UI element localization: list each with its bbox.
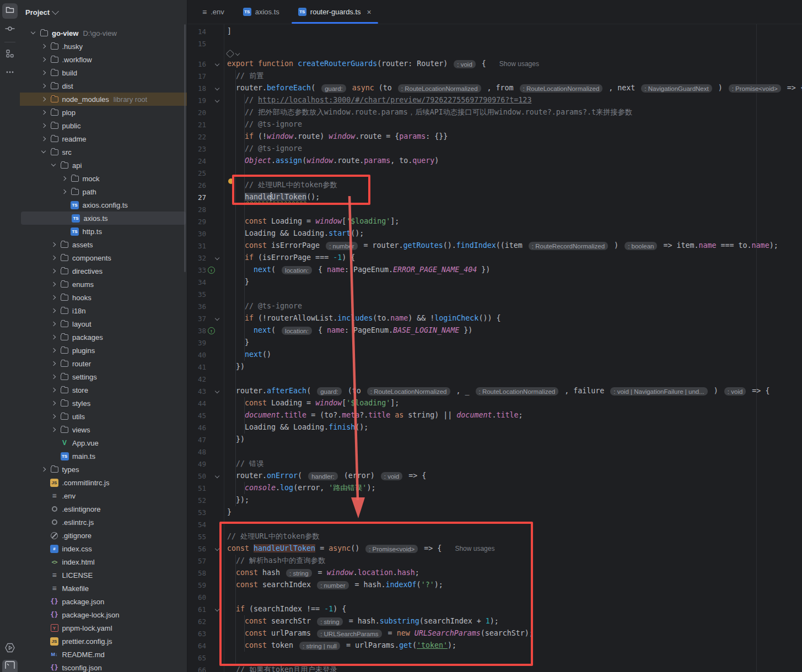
- tab--env[interactable]: ≡.env: [193, 0, 234, 24]
- line-number[interactable]: 29: [187, 218, 206, 226]
- chevron-right-icon[interactable]: [49, 238, 59, 251]
- fold-chevron-icon[interactable]: [215, 256, 219, 260]
- close-icon[interactable]: ×: [367, 8, 372, 17]
- fold-chevron-icon[interactable]: [215, 389, 219, 393]
- chevron-right-icon[interactable]: [39, 132, 49, 145]
- line-number[interactable]: 16: [187, 60, 206, 68]
- line-number[interactable]: 55: [187, 533, 206, 541]
- chevron-down-icon[interactable]: [39, 145, 49, 159]
- project-tree-item[interactable]: i18n: [20, 304, 187, 317]
- line-number[interactable]: 17: [187, 72, 206, 80]
- chevron-right-icon[interactable]: [60, 172, 69, 185]
- line-number[interactable]: 61: [187, 605, 206, 614]
- more-tools-button[interactable]: [2, 66, 18, 81]
- line-number[interactable]: 33: [187, 266, 206, 274]
- fold-chevron-icon[interactable]: [215, 98, 219, 102]
- project-tree-item[interactable]: mock: [20, 172, 187, 185]
- project-tool-button[interactable]: [2, 3, 18, 19]
- project-tree-item[interactable]: M↓README.md: [20, 648, 187, 661]
- project-tree-item[interactable]: .husky: [20, 40, 187, 53]
- line-number[interactable]: 40: [187, 351, 206, 359]
- line-number[interactable]: 59: [187, 581, 206, 589]
- project-tree-item[interactable]: node_moduleslibrary root: [20, 93, 187, 106]
- fold-chevron-icon[interactable]: [215, 474, 219, 478]
- project-tree-item[interactable]: ≡Makefile: [20, 582, 187, 595]
- project-tree-item[interactable]: layout: [20, 317, 187, 330]
- chevron-right-icon[interactable]: [39, 106, 49, 119]
- line-number[interactable]: 35: [187, 290, 206, 299]
- project-tree-item[interactable]: assets: [20, 238, 187, 251]
- chevron-right-icon[interactable]: [60, 185, 69, 198]
- line-number[interactable]: 58: [187, 569, 206, 577]
- code-area[interactable]: 14]1516export function createRouterGuard…: [187, 24, 802, 672]
- line-number[interactable]: 57: [187, 557, 206, 565]
- chevron-right-icon[interactable]: [39, 119, 49, 132]
- fold-chevron-icon[interactable]: [215, 86, 219, 90]
- commit-tool-button[interactable]: [2, 22, 18, 37]
- project-tree-item[interactable]: store: [20, 383, 187, 397]
- fold-chevron-icon[interactable]: [215, 546, 219, 551]
- line-number[interactable]: 43: [187, 387, 206, 395]
- chevron-right-icon[interactable]: [49, 383, 59, 397]
- line-number[interactable]: 49: [187, 460, 206, 468]
- fold-chevron-icon[interactable]: [215, 62, 219, 66]
- project-tree-item[interactable]: .eslintignore: [20, 502, 187, 516]
- project-tree-item[interactable]: {}package-lock.json: [20, 608, 187, 621]
- chevron-right-icon[interactable]: [49, 357, 59, 370]
- chevron-right-icon[interactable]: [49, 317, 59, 330]
- project-tree-item[interactable]: public: [20, 119, 187, 132]
- code-vision-settings-icon[interactable]: [227, 51, 239, 57]
- line-number[interactable]: 39: [187, 339, 206, 347]
- project-tree-item[interactable]: {}tsconfig.json: [20, 661, 187, 672]
- project-tree-item[interactable]: components: [20, 251, 187, 264]
- chevron-right-icon[interactable]: [39, 93, 49, 106]
- line-number[interactable]: 56: [187, 545, 206, 553]
- project-tree-item[interactable]: path: [20, 185, 187, 198]
- line-number[interactable]: 36: [187, 302, 206, 311]
- chevron-right-icon[interactable]: [49, 410, 59, 423]
- project-tree-item[interactable]: plugins: [20, 344, 187, 357]
- line-number[interactable]: 21: [187, 121, 206, 129]
- line-number[interactable]: 38: [187, 327, 206, 335]
- project-tree-item[interactable]: #index.css: [20, 542, 187, 555]
- line-number[interactable]: 63: [187, 630, 206, 638]
- line-number[interactable]: 27: [187, 193, 206, 202]
- project-tree-item[interactable]: router: [20, 357, 187, 370]
- project-tree-item[interactable]: {}package.json: [20, 595, 187, 608]
- line-number[interactable]: 48: [187, 448, 206, 456]
- line-number[interactable]: 32: [187, 254, 206, 262]
- project-tree-item[interactable]: plop: [20, 106, 187, 119]
- project-tree-item[interactable]: TSaxios.ts: [21, 212, 186, 225]
- project-tree-item[interactable]: <>index.html: [20, 555, 187, 568]
- intention-bulb-icon[interactable]: [228, 178, 234, 184]
- chevron-down-icon[interactable]: [29, 26, 39, 40]
- line-number[interactable]: 45: [187, 411, 206, 420]
- structure-tool-button[interactable]: [2, 47, 18, 62]
- line-number[interactable]: 24: [187, 157, 206, 165]
- line-number[interactable]: 47: [187, 436, 206, 444]
- chevron-right-icon[interactable]: [39, 79, 49, 93]
- project-tree-item[interactable]: .eslintrc.js: [20, 516, 187, 529]
- line-number[interactable]: 60: [187, 593, 206, 601]
- project-tree-item[interactable]: src: [20, 145, 187, 159]
- line-number[interactable]: 25: [187, 169, 206, 177]
- project-tree-item[interactable]: api: [20, 159, 187, 172]
- line-number[interactable]: 66: [187, 666, 206, 672]
- project-tree-item[interactable]: ≡.env: [20, 489, 187, 502]
- line-number[interactable]: 15: [187, 40, 206, 48]
- line-number[interactable]: 30: [187, 230, 206, 238]
- project-tree-item[interactable]: directives: [20, 264, 187, 278]
- line-number[interactable]: 22: [187, 133, 206, 141]
- line-number[interactable]: 18: [187, 84, 206, 93]
- tab-router-guards-ts[interactable]: TSrouter-guards.ts×: [289, 0, 381, 24]
- project-tree-item[interactable]: TShttp.ts: [20, 225, 187, 238]
- line-number[interactable]: 20: [187, 109, 206, 117]
- terminal-tool-button[interactable]: [2, 660, 18, 672]
- run-tool-button[interactable]: [2, 641, 18, 657]
- line-number[interactable]: 42: [187, 375, 206, 383]
- line-number[interactable]: 51: [187, 484, 206, 492]
- project-tree-item[interactable]: readme: [20, 132, 187, 145]
- project-tree-item[interactable]: hooks: [20, 291, 187, 304]
- project-scrollbar[interactable]: [184, 24, 186, 272]
- project-tree-item[interactable]: JS.commitlintrc.js: [20, 476, 187, 489]
